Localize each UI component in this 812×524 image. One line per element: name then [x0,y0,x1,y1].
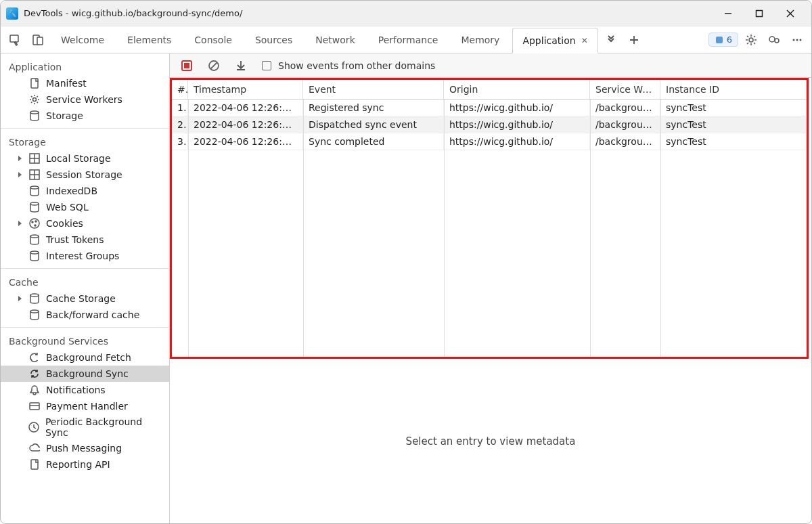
clear-button[interactable] [204,56,224,75]
svg-point-10 [749,38,753,42]
table-row[interactable]: 3 2022-04-06 12:26:08.0... Sync complete… [172,133,807,150]
tab-label: Memory [461,35,499,45]
sidebar-item-local-storage[interactable]: Local Storage [1,150,169,167]
svg-point-32 [30,251,39,254]
sidebar-item-cookies[interactable]: Cookies [1,215,169,232]
close-button[interactable] [775,3,806,24]
sidebar-item-manifest[interactable]: Manifest [1,75,169,91]
save-button[interactable] [231,56,251,75]
svg-point-14 [796,39,798,41]
new-tab-icon[interactable] [624,30,644,49]
col-timestamp[interactable]: Timestamp [188,80,303,99]
sidebar-item-bfcache[interactable]: Back/forward cache [1,307,169,323]
svg-point-15 [800,39,802,41]
sidebar-item-trust-tokens[interactable]: Trust Tokens [1,232,169,248]
tab-network[interactable]: Network [305,27,365,53]
sidebar-item-label: Service Workers [46,94,122,105]
col-origin[interactable]: Origin [444,80,590,99]
cookie-icon [28,217,41,230]
col-scope[interactable]: Service Wor... [590,80,660,99]
sidebar-item-background-fetch[interactable]: Background Fetch [1,349,169,366]
device-toolbar-icon[interactable] [28,30,48,49]
section-heading-application: Application [1,58,169,75]
database-icon [28,110,41,122]
sidebar-item-session-storage[interactable]: Session Storage [1,167,169,183]
svg-point-27 [30,219,39,228]
tab-application[interactable]: Application ✕ [512,28,597,53]
sidebar-item-label: Background Sync [46,368,129,379]
tab-welcome[interactable]: Welcome [51,27,114,53]
table-row[interactable]: 2 2022-04-06 12:26:08.0... Dispatched sy… [172,116,807,133]
table-row[interactable]: 1 2022-04-06 12:26:08.0... Registered sy… [172,100,807,116]
tab-label: Application [522,35,575,46]
sidebar-item-label: Cookies [46,218,83,229]
col-instance[interactable]: Instance ID [660,80,807,99]
sidebar-item-notifications[interactable]: Notifications [1,382,169,398]
tab-label: Console [194,35,232,45]
sidebar-item-background-sync[interactable]: Background Sync [1,366,169,382]
sidebar-item-reporting-api[interactable]: Reporting API [1,456,169,473]
tab-performance[interactable]: Performance [368,27,449,53]
svg-point-12 [775,39,779,43]
issues-badge[interactable]: 6 [708,32,738,47]
col-num[interactable]: # [172,80,188,99]
section-heading-bgservices: Background Services [1,332,169,349]
sync-icon [28,368,41,380]
cell: syncTest [660,133,807,150]
show-other-domains-label: Show events from other domains [278,60,435,71]
maximize-button[interactable] [744,3,775,24]
table-body: 1 2022-04-06 12:26:08.0... Registered sy… [172,100,807,357]
feedback-icon[interactable] [764,34,784,46]
sidebar-item-websql[interactable]: Web SQL [1,199,169,215]
inspect-icon[interactable] [5,30,25,49]
tab-elements[interactable]: Elements [117,27,181,53]
cell: 2022-04-06 12:26:08.0... [188,133,303,150]
more-icon[interactable] [787,35,807,45]
database-icon [28,201,41,213]
window-title: DevTools - wicg.github.io/background-syn… [24,8,713,18]
cell: 3 [172,133,188,150]
sidebar-item-label: Periodic Background Sync [45,416,162,438]
sidebar-item-service-workers[interactable]: Service Workers [1,91,169,108]
sidebar-item-payment-handler[interactable]: Payment Handler [1,398,169,414]
record-button[interactable] [177,56,197,75]
app-icon: 🔧 [6,7,18,20]
svg-line-40 [210,62,217,69]
sidebar-item-periodic-sync[interactable]: Periodic Background Sync [1,414,169,440]
tab-label: Elements [127,35,171,45]
tab-sources[interactable]: Sources [245,27,302,53]
close-icon[interactable]: ✕ [581,36,588,45]
settings-icon[interactable] [741,34,761,46]
svg-rect-6 [37,37,43,45]
sidebar-item-push-messaging[interactable]: Push Messaging [1,440,169,456]
main-panel: Show events from other domains # Timesta… [170,53,811,523]
sidebar-item-interest-groups[interactable]: Interest Groups [1,248,169,264]
sidebar-item-storage[interactable]: Storage [1,108,169,124]
sidebar-item-label: Cache Storage [46,293,116,304]
cell: Sync completed [303,133,444,150]
sidebar-item-indexeddb[interactable]: IndexedDB [1,183,169,199]
sidebar-item-label: Trust Tokens [46,234,104,245]
cell: /backgroun... [590,133,660,150]
tab-label: Performance [378,35,438,45]
col-event[interactable]: Event [303,80,444,99]
more-tabs-icon[interactable] [601,30,621,49]
sidebar-item-label: Payment Handler [46,401,128,412]
sidebar-item-label: Manifest [46,78,87,89]
tab-memory[interactable]: Memory [451,27,510,53]
database-icon [28,292,41,305]
svg-point-33 [30,294,39,297]
cell: syncTest [660,100,807,116]
svg-point-31 [30,235,39,238]
sidebar-item-label: Notifications [46,385,106,395]
sidebar-item-cache-storage[interactable]: Cache Storage [1,290,169,307]
cell: 2 [172,116,188,133]
svg-point-11 [769,37,775,42]
show-other-domains-checkbox[interactable] [262,61,271,70]
database-icon [28,234,41,246]
svg-rect-35 [30,403,39,410]
minimize-button[interactable] [713,3,744,24]
cell: https://wicg.github.io/ [444,100,590,116]
tab-console[interactable]: Console [184,27,242,53]
record-icon [181,60,192,71]
